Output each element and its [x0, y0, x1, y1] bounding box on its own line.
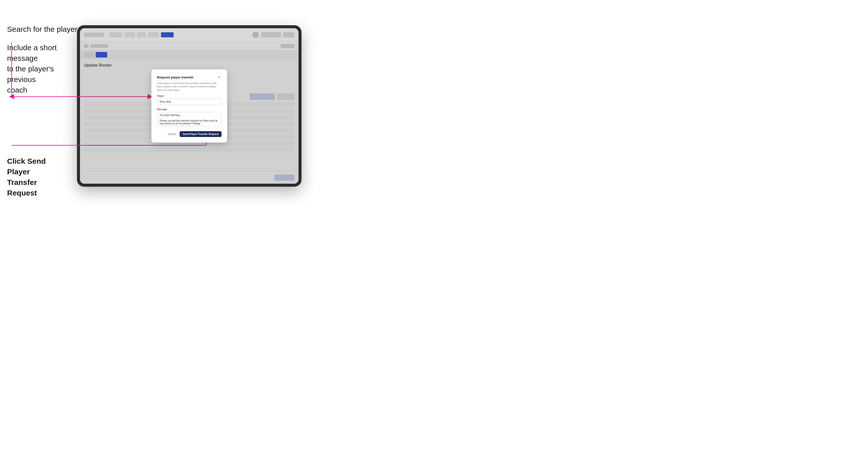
- annotation-click-text: Click Send PlayerTransfer Request: [7, 156, 65, 198]
- annotation-search-text: Search for the player.: [7, 24, 79, 35]
- player-search-input[interactable]: [157, 99, 221, 105]
- send-transfer-request-button[interactable]: Send Player Transfer Request: [180, 131, 221, 137]
- annotation-message-text: Include a short message to the player's …: [7, 42, 73, 95]
- request-transfer-modal: Request player transfer ✕ If the player …: [151, 69, 227, 143]
- modal-title: Request player transfer: [157, 75, 193, 79]
- modal-footer: Cancel Send Player Transfer Request: [157, 131, 221, 137]
- tablet-device: Update Roster: [77, 25, 302, 187]
- modal-description: If the player is transferring from anoth…: [157, 82, 221, 92]
- message-field-label: Message: [157, 108, 221, 111]
- message-textarea[interactable]: Hi Coach McHarg, Please accept this tran…: [157, 112, 221, 127]
- tablet-screen: Update Roster: [80, 28, 299, 184]
- cancel-button[interactable]: Cancel: [166, 131, 178, 137]
- modal-close-button[interactable]: ✕: [217, 75, 221, 80]
- modal-header: Request player transfer ✕: [157, 75, 221, 80]
- modal-overlay: Request player transfer ✕ If the player …: [80, 28, 299, 184]
- player-field-label: Player: [157, 95, 221, 97]
